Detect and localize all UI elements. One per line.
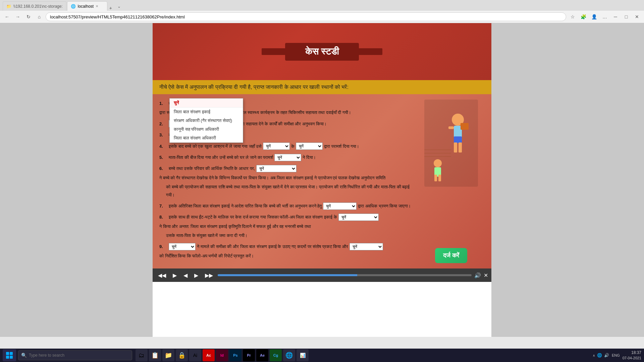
q6-dropdown1[interactable]: चुनें (256, 165, 297, 172)
taskbar-app-ps[interactable]: Ps (229, 349, 241, 361)
question-row-8: 8. इसके साथ ही साथ ईंट-भट्टे के मालिक पर… (159, 213, 414, 230)
more-button[interactable]: … (600, 12, 609, 21)
q8-text-before: इसके साथ ही साथ ईंट-भट्टे के मालिक पर के… (169, 213, 337, 221)
media-next-button[interactable]: ▶▶ (203, 272, 215, 279)
taskbar-right: ∧ 🌐 🔊 ENG 18:37 07-04-2021 (593, 350, 641, 361)
tab-bar: 📁 \\192.168.0.201\nc-storage: 🌐 localhos… (0, 0, 644, 11)
refresh-button[interactable]: ↻ (24, 12, 33, 21)
address-input[interactable] (46, 12, 566, 21)
media-volume-button[interactable]: 🔊 (474, 272, 481, 279)
tab-inactive[interactable]: 📁 \\192.168.0.201\nc-storage: (3, 1, 66, 11)
tray-chevron[interactable]: ∧ (593, 354, 595, 357)
system-tray: ∧ 🌐 🔊 (593, 353, 609, 358)
q9-dropdown1[interactable]: चुनें (169, 243, 196, 250)
taskbar-app-cg[interactable]: Cg (270, 349, 282, 361)
taskbar-search-input[interactable] (29, 353, 123, 358)
q4-text-before: इसके बाद बच्चे को एक खुला आश्रय में ले ज… (169, 142, 262, 150)
forward-button[interactable]: → (13, 12, 22, 21)
taskbar-app-art[interactable]: Ai (189, 349, 201, 361)
media-progress-bar[interactable] (218, 274, 472, 276)
media-play-button[interactable]: ▶ (171, 272, 179, 279)
q5-dropdown1[interactable]: चुनें (274, 154, 301, 161)
q9-text-after: को निर्देशित किया कि फॉलो-अप भर्णयों की … (159, 252, 254, 260)
q1-num: 1. (159, 100, 166, 107)
tray-sound[interactable]: 🔊 (604, 353, 609, 358)
question-row-8b: उसके माता-पिता के संयुक्त खाते में जमा क… (166, 232, 414, 239)
slide-title: केस स्टडी (305, 46, 339, 57)
media-progress-fill (218, 274, 357, 276)
tab-active-label: localhost (78, 4, 94, 9)
q6-num: 6. (159, 165, 166, 172)
back-button[interactable]: ← (3, 12, 11, 21)
dropdown-option-2[interactable]: संरक्षण अधिकारी (गैर संस्थागत सेवाएं) (170, 116, 243, 125)
media-step-forward-button[interactable]: ▶ (192, 272, 200, 279)
maximize-button[interactable]: □ (622, 12, 631, 21)
taskbar-search-bar[interactable]: 🔍 (18, 350, 132, 360)
tab-list-button[interactable]: ⌄ (115, 2, 123, 11)
tab-close-button[interactable]: ✕ (96, 4, 98, 8)
q7-text-after: द्वारा अवधिक भ्रमण किया जाएगा। (358, 202, 411, 210)
profile-button[interactable]: 👤 (590, 12, 598, 21)
taskbar-app-chrome[interactable]: 🌐 (283, 349, 295, 361)
dropdown-option-4[interactable]: जिला बाल संरक्षण अधिकारी (170, 134, 243, 142)
taskbar-app-id[interactable]: Id (216, 349, 228, 361)
q8-text-after2: उसके माता-पिता के संयुक्त खाते में जमा क… (166, 232, 248, 239)
q4-dropdown2[interactable]: चुनें (296, 142, 323, 150)
svg-rect-12 (438, 175, 441, 181)
illustration (424, 100, 478, 187)
address-bar: ← → ↻ ⌂ ☆ 🧩 👤 … ─ □ ✕ (0, 11, 644, 23)
language-indicator: ENG (612, 353, 620, 357)
start-button[interactable] (3, 349, 16, 361)
minimize-button[interactable]: ─ (611, 12, 620, 21)
q7-dropdown1[interactable]: चुनें (323, 202, 357, 210)
question-row-9: 9. चुनें ने मामले की समीक्षा की और जिला … (159, 243, 414, 260)
media-prev-button[interactable]: ◀◀ (156, 272, 168, 279)
q3-num: 3. (159, 131, 166, 139)
tab-active[interactable]: 🌐 localhost ✕ (67, 1, 107, 11)
taskbar-app-ae[interactable]: Ae (256, 349, 268, 361)
content-area: केस स्टडी नीचे ऐसे केस में अनुपालन की प्… (0, 23, 644, 337)
taskbar-app-pdf[interactable]: Ac (203, 349, 215, 361)
taskbar-app-lock[interactable]: 🔒 (176, 349, 188, 361)
taskbar-app-explorer[interactable]: 📁 (162, 349, 174, 361)
browser-chrome: 📁 \\192.168.0.201\nc-storage: 🌐 localhos… (0, 0, 644, 23)
media-close-button[interactable]: ✕ (484, 272, 488, 279)
windows-icon (6, 352, 13, 359)
taskbar: 🔍 🗂 📋 📁 🔒 Ai Ac Id Ps Pr Ae Cg 🌐 📊 ∧ 🌐 🔊… (0, 349, 644, 362)
tab-add-button[interactable]: + (108, 5, 113, 11)
question-row-7: 7. इसके अतिरिक्त जिला बाल संरक्षण इकाई न… (159, 202, 414, 210)
home-button[interactable]: ⌂ (35, 12, 44, 21)
q4-num: 4. (159, 142, 166, 150)
taskbar-app-misc[interactable]: 📊 (297, 349, 309, 361)
q6-text-before: बच्चे तथा उसके परिवार की आर्थिक स्थिति क… (169, 165, 255, 172)
taskbar-app-pr[interactable]: Pr (243, 349, 255, 361)
dropdown-option-header[interactable]: चुनें (170, 99, 243, 108)
q4-text-after: द्वारा परामर्श दिया गया। (324, 142, 359, 150)
taskbar-app-tasks[interactable]: 📋 (149, 349, 161, 361)
instruction-text: नीचे ऐसे केस में अनुपालन की प्रक्रिया दी… (159, 84, 348, 90)
q5-text-after: ने दिया। (303, 154, 316, 161)
q8-dropdown1[interactable]: चुनें (338, 214, 379, 221)
q4-dropdown1[interactable]: चुनें (263, 142, 290, 150)
tab-active-icon: 🌐 (71, 4, 76, 9)
dropdown-option-3[interactable]: कानूनी सह परिरक्षण अधिकारी (170, 125, 243, 134)
tab-inactive-label: \\192.168.0.201\nc-storage: (13, 4, 63, 9)
slide-container: केस स्टडी नीचे ऐसे केस में अनुपालन की प्… (153, 23, 491, 337)
media-step-back-button[interactable]: ◀ (181, 272, 190, 279)
q9-dropdown2[interactable]: चुनें (350, 243, 383, 250)
taskbar-app-files[interactable]: 🗂 (136, 349, 148, 361)
q7-text-before: इसके अतिरिक्त जिला बाल संरक्षण इकाई ने आ… (169, 202, 322, 210)
dropdown-option-1[interactable]: जिला बाल संरक्षण इकाई (170, 108, 243, 116)
register-button[interactable]: दर्ज करें (435, 248, 467, 263)
clock-time: 18:37 (623, 350, 641, 356)
bookmark-button[interactable]: ☆ (568, 12, 577, 21)
close-window-button[interactable]: ✕ (633, 12, 641, 21)
svg-rect-3 (454, 136, 462, 143)
taskbar-time-display: 18:37 07-04-2021 (623, 350, 641, 361)
q6-text-after: ने बच्चे को गैर संस्थागत देखरेख देने के … (159, 174, 385, 182)
extensions-button[interactable]: 🧩 (579, 12, 588, 21)
q9-text-mid: ने मामले की समीक्षा की और जिला बाल संरक्… (197, 243, 348, 250)
slide-title-banner: केस स्टडी (285, 43, 359, 61)
q6-text-after2: को बच्चे की प्रायोजन की सहायता राशि बच्च… (166, 183, 414, 199)
tray-network[interactable]: 🌐 (597, 353, 602, 358)
